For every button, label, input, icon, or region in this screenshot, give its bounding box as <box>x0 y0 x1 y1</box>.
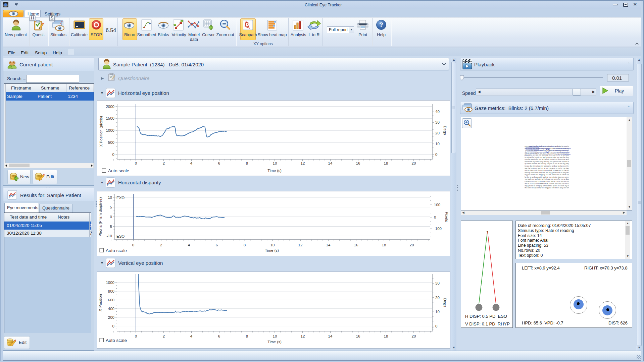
svg-text:20: 20 <box>435 296 440 300</box>
svg-text:4: 4 <box>188 243 190 247</box>
svg-text:0: 0 <box>112 324 114 328</box>
svg-text:400: 400 <box>108 307 114 311</box>
svg-text:2000: 2000 <box>106 105 114 109</box>
svg-text:Degs: Degs <box>443 126 447 135</box>
svg-text:-5: -5 <box>109 225 112 229</box>
svg-text:X Position: X Position <box>98 294 102 311</box>
svg-text:Pixels: Pixels <box>445 212 449 222</box>
svg-text:2: 2 <box>163 334 165 338</box>
svg-text:0: 0 <box>110 215 112 219</box>
svg-text:18: 18 <box>382 243 386 247</box>
svg-text:0: 0 <box>135 334 137 338</box>
svg-text:6: 6 <box>216 243 218 247</box>
svg-text:10: 10 <box>270 243 275 247</box>
svg-text:10: 10 <box>273 161 277 165</box>
svg-text:-100: -100 <box>434 227 442 231</box>
svg-text:Time (s): Time (s) <box>267 169 282 173</box>
svg-text:14: 14 <box>326 243 331 247</box>
svg-text:0: 0 <box>135 161 137 165</box>
svg-text:4: 4 <box>190 334 193 338</box>
svg-text:X Position (pixels): X Position (pixels) <box>99 116 103 147</box>
svg-text:0: 0 <box>132 243 134 247</box>
svg-text:14: 14 <box>328 334 333 338</box>
svg-text:Time (s): Time (s) <box>267 340 282 344</box>
svg-text:10: 10 <box>273 334 277 338</box>
svg-text:200: 200 <box>108 315 114 319</box>
svg-text:8: 8 <box>244 243 246 247</box>
svg-text:2: 2 <box>160 243 162 247</box>
svg-text:1500: 1500 <box>106 116 114 120</box>
svg-text:40: 40 <box>435 110 440 114</box>
svg-text:0: 0 <box>112 153 114 157</box>
svg-text:Auto scale: Auto scale <box>108 168 129 173</box>
svg-text:10: 10 <box>108 195 112 199</box>
svg-text:5: 5 <box>110 205 112 209</box>
svg-text:Time (s): Time (s) <box>265 248 279 252</box>
svg-text:600: 600 <box>108 298 114 302</box>
svg-text:ESO: ESO <box>116 234 125 238</box>
svg-text:Auto scale: Auto scale <box>106 338 127 343</box>
svg-text:20: 20 <box>412 161 416 165</box>
svg-text:18: 18 <box>384 161 388 165</box>
svg-text:500: 500 <box>108 140 114 144</box>
svg-text:Auto scale: Auto scale <box>106 248 127 253</box>
svg-text:14: 14 <box>328 161 333 165</box>
svg-text:Phoria (Prism dioptres): Phoria (Prism dioptres) <box>98 197 102 237</box>
svg-text:12: 12 <box>298 243 303 247</box>
svg-text:20: 20 <box>410 243 414 247</box>
svg-text:1000: 1000 <box>106 281 114 285</box>
svg-text:800: 800 <box>108 289 114 293</box>
svg-text:10: 10 <box>435 310 440 314</box>
svg-text:6: 6 <box>218 334 220 338</box>
svg-text:4: 4 <box>190 161 193 165</box>
svg-text:0: 0 <box>435 153 437 157</box>
svg-text:6: 6 <box>218 161 220 165</box>
svg-text:16: 16 <box>356 334 360 338</box>
svg-text:20: 20 <box>412 334 416 338</box>
svg-text:18: 18 <box>384 334 388 338</box>
svg-text:100: 100 <box>434 203 440 207</box>
svg-text:2: 2 <box>163 161 165 165</box>
svg-text:30: 30 <box>435 120 440 124</box>
svg-text:12: 12 <box>301 161 305 165</box>
svg-text:12: 12 <box>301 334 305 338</box>
svg-text:EXO: EXO <box>116 196 125 200</box>
svg-text:30: 30 <box>435 281 440 285</box>
svg-text:0: 0 <box>434 215 436 219</box>
svg-text:8: 8 <box>246 161 248 165</box>
svg-text:16: 16 <box>354 243 358 247</box>
svg-text:16: 16 <box>356 161 360 165</box>
svg-text:Degs: Degs <box>443 298 447 307</box>
svg-text:-10: -10 <box>106 234 112 238</box>
svg-text:20: 20 <box>435 131 440 135</box>
svg-text:8: 8 <box>246 334 248 338</box>
svg-text:1000: 1000 <box>106 128 114 132</box>
svg-text:0: 0 <box>435 324 437 328</box>
svg-text:10: 10 <box>435 142 440 146</box>
